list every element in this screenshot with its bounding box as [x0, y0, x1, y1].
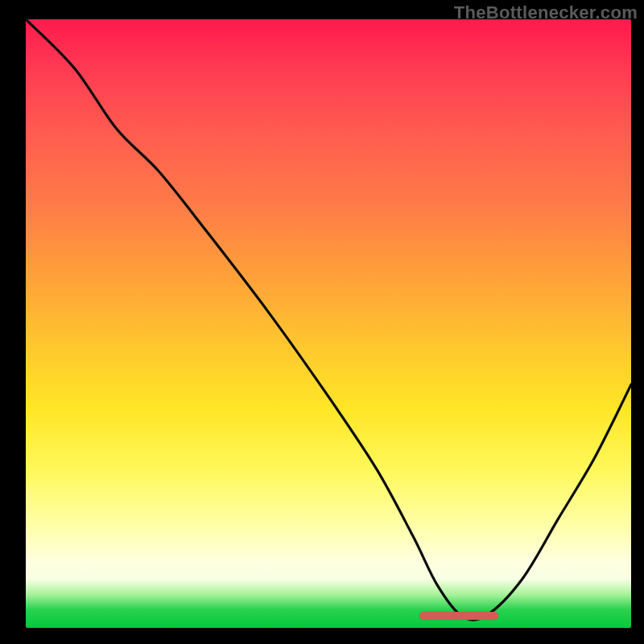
bottleneck-curve	[26, 19, 631, 628]
chart-container: TheBottlenecker.com	[0, 0, 644, 644]
source-attribution: TheBottlenecker.com	[454, 2, 638, 23]
optimal-range-marker	[419, 612, 498, 620]
plot-area	[26, 19, 631, 628]
